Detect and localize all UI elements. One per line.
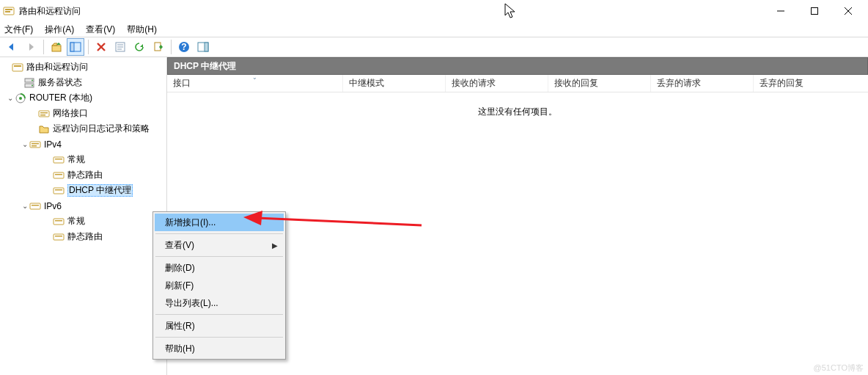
tree-label: 服务器状态 — [38, 76, 82, 89]
static-route-icon — [53, 231, 65, 243]
up-button[interactable] — [48, 38, 65, 56]
ctx-export-list[interactable]: 导出列表(L)... — [155, 294, 284, 312]
context-menu: 新增接口(I)... 查看(V)▶ 删除(D) 刷新(F) 导出列表(L)...… — [152, 211, 286, 360]
router-icon — [15, 92, 26, 104]
tree-ipv6[interactable]: ⌄ IPv6 — [0, 198, 166, 214]
tree-ipv4[interactable]: ⌄ IPv4 — [0, 136, 166, 152]
svg-rect-33 — [32, 143, 39, 145]
tree-pane[interactable]: 路由和远程访问 服务器状态 ⌄ ROUTER (本地) 网络接口 远程访问日志记… — [0, 57, 167, 375]
tree-router-local[interactable]: ⌄ ROUTER (本地) — [0, 90, 166, 106]
ctx-delete[interactable]: 删除(D) — [155, 259, 284, 277]
svg-rect-2 — [5, 11, 10, 12]
svg-rect-45 — [54, 234, 64, 240]
ctx-sep — [155, 314, 283, 315]
svg-rect-43 — [54, 219, 64, 225]
maximize-button[interactable] — [798, 0, 831, 22]
ctx-label: 导出列表(L)... — [165, 297, 218, 310]
export-button[interactable] — [150, 38, 167, 56]
tree-label: ROUTER (本地) — [29, 92, 92, 104]
tree-label: 常规 — [67, 153, 85, 166]
ctx-sep — [155, 337, 283, 338]
column-label: 丢弃的请求 — [657, 77, 701, 90]
svg-rect-44 — [55, 220, 62, 222]
svg-rect-40 — [55, 189, 62, 191]
collapse-icon[interactable]: ⌄ — [6, 94, 15, 102]
ctx-label: 属性(R) — [165, 320, 195, 332]
refresh-button[interactable] — [130, 38, 148, 56]
collapse-icon[interactable]: ⌄ — [21, 140, 29, 148]
svg-rect-38 — [55, 174, 62, 175]
svg-point-25 — [32, 79, 33, 81]
delete-button[interactable] — [92, 38, 110, 56]
ctx-view[interactable]: 查看(V)▶ — [155, 236, 284, 254]
column-req-drop[interactable]: 丢弃的请求 — [651, 75, 754, 92]
body: 路由和远程访问 服务器状态 ⌄ ROUTER (本地) 网络接口 远程访问日志记… — [0, 57, 868, 375]
nav-forward-button[interactable] — [22, 38, 40, 56]
tree-label: 常规 — [67, 215, 85, 227]
nav-back-button[interactable] — [3, 38, 21, 56]
tree-ipv6-general[interactable]: 常规 — [0, 214, 166, 229]
ctx-help[interactable]: 帮助(H) — [155, 340, 284, 357]
submenu-arrow-icon: ▶ — [272, 241, 278, 250]
ctx-new-interface[interactable]: 新增接口(I)... — [155, 214, 284, 231]
tree-ipv4-static-routes[interactable]: 静态路由 — [0, 167, 166, 183]
tree-label: 路由和远程访问 — [26, 61, 88, 73]
tree-ipv4-general[interactable]: 常规 — [0, 152, 166, 167]
ctx-label: 新增接口(I)... — [165, 216, 216, 229]
svg-rect-21 — [12, 64, 23, 71]
tree-server-status[interactable]: 服务器状态 — [0, 75, 166, 90]
tree-label: 网络接口 — [53, 107, 88, 120]
tree-ipv4-dhcp-relay[interactable]: DHCP 中继代理 — [0, 183, 166, 198]
minimize-button[interactable] — [764, 0, 798, 22]
tree-root[interactable]: 路由和远程访问 — [0, 59, 166, 75]
sort-indicator-icon: ⌄ — [252, 74, 257, 81]
column-rep-recv[interactable]: 接收的回复 — [548, 75, 651, 92]
properties-button[interactable] — [111, 38, 129, 56]
svg-rect-1 — [5, 9, 12, 10]
column-interface[interactable]: 接口 ⌄ — [167, 75, 343, 92]
column-relay-mode[interactable]: 中继模式 — [343, 75, 446, 92]
action-pane-button[interactable] — [194, 38, 212, 56]
collapse-icon[interactable]: ⌄ — [21, 202, 29, 210]
ctx-refresh[interactable]: 刷新(F) — [155, 277, 284, 294]
ctx-label: 帮助(H) — [165, 343, 195, 355]
svg-rect-4 — [812, 8, 818, 15]
protocol-icon — [29, 200, 41, 212]
toolbar-sep — [88, 40, 89, 54]
tree-net-interfaces[interactable]: 网络接口 — [0, 106, 166, 121]
svg-rect-20 — [205, 43, 208, 51]
menu-file[interactable]: 文件(F) — [4, 23, 33, 36]
toolbar-sep — [171, 40, 172, 54]
tree-label: IPv4 — [44, 139, 62, 150]
ctx-properties[interactable]: 属性(R) — [155, 317, 284, 335]
svg-rect-37 — [54, 172, 64, 178]
column-label: 接收的请求 — [452, 77, 496, 90]
menu-action[interactable]: 操作(A) — [45, 23, 74, 36]
menu-help[interactable]: 帮助(H) — [127, 23, 157, 36]
help-button[interactable]: ? — [175, 38, 193, 56]
column-rep-drop[interactable]: 丢弃的回复 — [754, 75, 868, 92]
svg-rect-9 — [70, 43, 74, 51]
svg-rect-36 — [55, 159, 62, 160]
toolbar: ? — [0, 37, 868, 57]
column-label: 丢弃的回复 — [760, 77, 803, 90]
svg-rect-30 — [40, 112, 48, 114]
menu-view[interactable]: 查看(V) — [86, 23, 115, 36]
column-label: 接收的回复 — [554, 77, 598, 90]
watermark: @51CTO博客 — [814, 363, 864, 374]
ctx-sep — [155, 256, 283, 257]
close-button[interactable] — [831, 0, 865, 22]
general-icon — [53, 216, 65, 227]
column-req-recv[interactable]: 接收的请求 — [446, 75, 548, 92]
list-header: 接口 ⌄ 中继模式 接收的请求 接收的回复 丢弃的请求 丢弃的回复 — [167, 75, 868, 92]
rras-icon — [12, 62, 23, 73]
svg-rect-35 — [54, 157, 64, 163]
empty-message: 这里没有任何项目。 — [167, 106, 868, 118]
svg-point-26 — [32, 84, 33, 86]
tree-label: 静态路由 — [67, 230, 103, 243]
tree-label: 静态路由 — [67, 169, 103, 181]
tree-ipv6-static-routes[interactable]: 静态路由 — [0, 229, 166, 244]
static-route-icon — [53, 170, 65, 181]
show-hide-tree-button[interactable] — [67, 38, 84, 56]
tree-remote-access-log[interactable]: 远程访问日志记录和策略 — [0, 121, 166, 136]
